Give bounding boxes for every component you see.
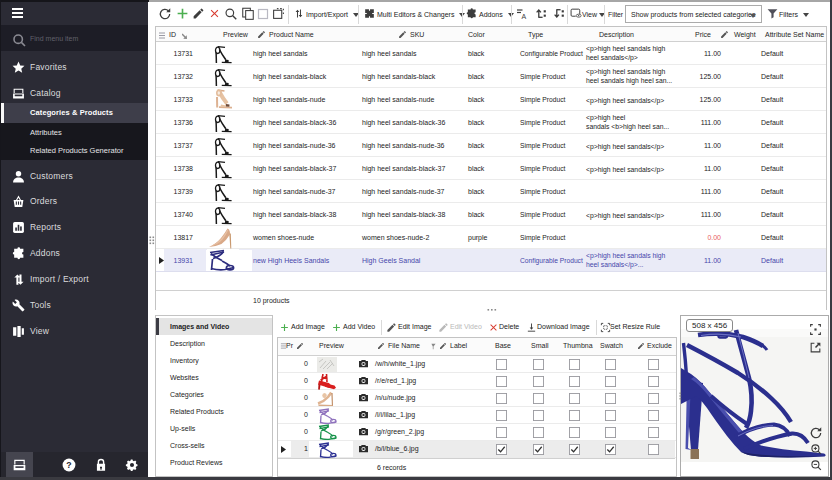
svg-text:A: A [522,13,527,20]
svg-text:?: ? [66,460,71,470]
